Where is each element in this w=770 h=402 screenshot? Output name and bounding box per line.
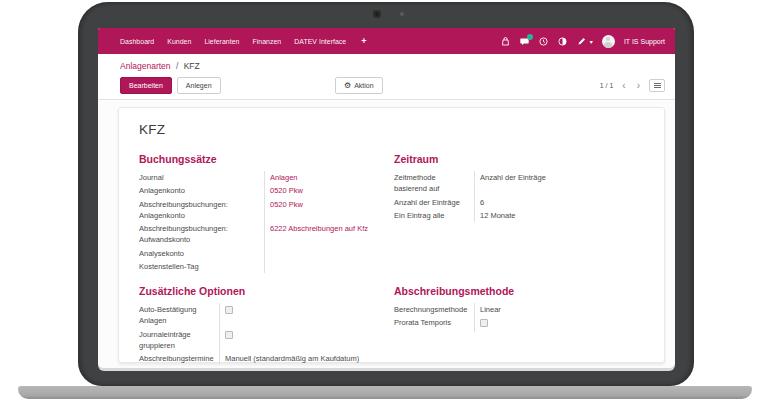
section-abschreibungsmethode: Abschreibungsmethode BerechnungsmethodeL…: [394, 285, 644, 365]
field-label-journal: Journal: [139, 171, 264, 184]
breadcrumb-separator: /: [176, 61, 178, 71]
record-title: KFZ: [139, 122, 644, 137]
avatar[interactable]: [602, 35, 615, 48]
section-title: Abschreibungsmethode: [394, 285, 644, 297]
bag-icon[interactable]: [501, 36, 511, 46]
journaleintraege-gruppieren-checkbox[interactable]: [225, 331, 233, 339]
notification-badge: [527, 34, 533, 40]
field-value-zeitmethode[interactable]: Anzahl der Einträge: [474, 171, 644, 196]
list-view-button[interactable]: [649, 79, 665, 92]
edit-icon[interactable]: [577, 36, 587, 46]
form-sheet: KFZ Buchungssätze JournalAnlagen Anlagen…: [118, 107, 665, 363]
header-actions: ▾ IT IS Support: [501, 35, 665, 48]
nav-item-lieferanten[interactable]: Lieferanten: [204, 38, 239, 45]
laptop-base: [18, 386, 752, 399]
field-value-kostenstellen-tag[interactable]: [264, 260, 394, 273]
nav-item-dashboard[interactable]: Dashboard: [120, 38, 154, 45]
field-label-prorata-temporis: Prorata Temporis: [394, 316, 474, 331]
field-value-anlagenkonto[interactable]: 0520 Pkw: [264, 184, 394, 197]
field-label-analysekonto: Analysekonto: [139, 247, 264, 260]
section-zeitraum: Zeitraum Zeitmethode basierend aufAnzahl…: [394, 153, 644, 273]
nav-item-kunden[interactable]: Kunden: [167, 38, 191, 45]
app-header: Dashboard Kunden Lieferanten Finanzen DA…: [98, 28, 675, 54]
user-name[interactable]: IT IS Support: [624, 38, 665, 45]
field-value-anzahl-eintraege[interactable]: 6: [474, 196, 644, 209]
form-groups: Buchungssätze JournalAnlagen Anlagenkont…: [139, 141, 644, 365]
section-zusaetzliche-optionen: Zusätzliche Optionen Auto-Bestätigung An…: [139, 285, 394, 365]
field-label-auto-bestaetigung: Auto-Bestätigung Anlagen: [139, 303, 219, 328]
field-label-abschreibung-anlagenkonto: Abschreibungsbuchungen: Anlagenkonto: [139, 198, 264, 223]
field-label-abschreibungstermine: Abschreibungstermine: [139, 352, 219, 365]
field-value-abschreibung-aufwandskonto[interactable]: 6222 Abschreibungen auf Kfz: [264, 222, 394, 247]
edit-button[interactable]: Bearbeiten: [120, 77, 172, 94]
app-window: Dashboard Kunden Lieferanten Finanzen DA…: [98, 28, 675, 368]
contrast-icon[interactable]: [558, 36, 568, 46]
field-value-journal[interactable]: Anlagen: [264, 171, 394, 184]
field-value-analysekonto[interactable]: [264, 247, 394, 260]
webcam-icon: [373, 10, 381, 18]
field-value-eintrag-alle[interactable]: 12 Monate: [474, 209, 644, 222]
nav-item-finanzen[interactable]: Finanzen: [252, 38, 281, 45]
field-value-abschreibungstermine[interactable]: Manuell (standardmäßig am Kaufdatum): [219, 352, 394, 365]
laptop-mockup: Dashboard Kunden Lieferanten Finanzen DA…: [0, 0, 770, 402]
field-label-journaleintraege-gruppieren: Journaleinträge gruppieren: [139, 328, 219, 353]
auto-bestaetigung-checkbox[interactable]: [225, 306, 233, 314]
action-button-label: Aktion: [354, 82, 373, 89]
field-value-abschreibung-anlagenkonto[interactable]: 0520 Pkw: [264, 198, 394, 223]
field-label-eintrag-alle: Ein Eintrag alle: [394, 209, 474, 222]
nav-add-icon[interactable]: +: [361, 36, 366, 46]
main-nav: Dashboard Kunden Lieferanten Finanzen DA…: [120, 36, 367, 46]
section-title: Zusätzliche Optionen: [139, 285, 394, 297]
webcam-led-icon: [400, 12, 404, 16]
section-buchungssaetze: Buchungssätze JournalAnlagen Anlagenkont…: [139, 153, 394, 273]
breadcrumb: Anlagenarten / KFZ: [98, 54, 675, 73]
prorata-temporis-checkbox[interactable]: [480, 319, 488, 327]
pager-counter: 1 / 1: [600, 82, 614, 89]
create-button[interactable]: Anlegen: [177, 77, 221, 94]
section-title: Buchungssätze: [139, 153, 394, 165]
nav-item-datev-interface[interactable]: DATEV Interface: [294, 38, 346, 45]
breadcrumb-parent[interactable]: Anlagenarten: [120, 61, 171, 71]
action-button[interactable]: ⚙ Aktion: [335, 77, 383, 94]
control-panel: Bearbeiten Anlegen ⚙ Aktion 1 / 1 ‹ ›: [98, 73, 675, 100]
section-title: Zeitraum: [394, 153, 644, 165]
field-value-berechnungsmethode[interactable]: Linear: [474, 303, 644, 316]
field-label-abschreibung-aufwandskonto: Abschreibungsbuchungen: Aufwandskonto: [139, 222, 264, 247]
field-label-anzahl-eintraege: Anzahl der Einträge: [394, 196, 474, 209]
field-label-zeitmethode: Zeitmethode basierend auf: [394, 171, 474, 196]
chat-icon[interactable]: [520, 36, 530, 46]
pager-controls: 1 / 1 ‹ ›: [600, 79, 665, 92]
caret-down-icon[interactable]: ▾: [590, 38, 593, 45]
field-label-berechnungsmethode: Berechnungsmethode: [394, 303, 474, 316]
clock-icon[interactable]: [539, 36, 549, 46]
list-icon: [654, 83, 661, 88]
content-area: KFZ Buchungssätze JournalAnlagen Anlagen…: [98, 100, 675, 368]
breadcrumb-current: KFZ: [184, 61, 200, 71]
field-label-kostenstellen-tag: Kostenstellen-Tag: [139, 260, 264, 273]
field-label-anlagenkonto: Anlagenkonto: [139, 184, 264, 197]
